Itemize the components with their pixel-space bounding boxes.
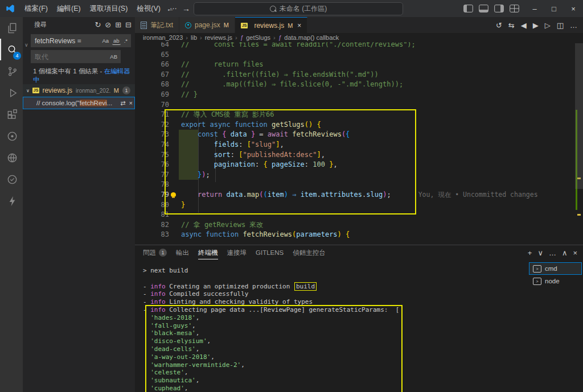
- tab-reviews.js[interactable]: JSreviews.jsM×: [235, 17, 307, 33]
- replace-input[interactable]: [31, 50, 121, 63]
- terminal-line: - info Creating an optimized production …: [143, 283, 528, 291]
- code-line[interactable]: 83async function fetchReviews(parameters…: [135, 230, 575, 240]
- panel-tab-連接埠[interactable]: 連接埠: [227, 246, 247, 259]
- terminal-instance-list: >cmd>node: [529, 262, 582, 287]
- customize-layout-icon[interactable]: [510, 5, 519, 13]
- breadcrumb-item[interactable]: data.map() callback: [284, 34, 339, 41]
- lightning-icon[interactable]: [0, 190, 23, 212]
- replace-match-icon[interactable]: ⇄: [120, 100, 125, 107]
- code-line[interactable]: 70: [135, 100, 575, 110]
- match-case-icon[interactable]: Aa: [101, 37, 110, 44]
- menu-item[interactable]: 選取項目(S): [85, 0, 133, 17]
- title-bar: 檔案(F)編輯(E)選取項目(S)檢視(V)⋯ ← → 未命名 (工作區) –□…: [0, 0, 583, 17]
- maximize-panel-icon[interactable]: ∧: [562, 249, 568, 257]
- toggle-replace-icon[interactable]: ∨: [24, 42, 28, 48]
- menu-item[interactable]: 檢視(V): [132, 0, 165, 17]
- circle-dot-icon[interactable]: [0, 125, 23, 147]
- regex-icon[interactable]: .*: [123, 37, 129, 44]
- tab-page.jsx[interactable]: page.jsxM: [179, 17, 235, 33]
- command-center-search[interactable]: 未命名 (工作區): [194, 2, 403, 15]
- chevron-down-icon[interactable]: ∨: [26, 88, 30, 93]
- previous-change-icon[interactable]: ◀: [521, 21, 527, 30]
- panel-tab-偵錯主控台[interactable]: 偵錯主控台: [293, 246, 326, 259]
- new-terminal-icon[interactable]: +: [528, 249, 532, 257]
- close-button[interactable]: ×: [564, 0, 583, 17]
- terminal[interactable]: > next build - info Creating an optimize…: [135, 260, 528, 392]
- collapse-results-icon[interactable]: ⊟: [125, 20, 132, 29]
- globe-icon[interactable]: [0, 147, 23, 168]
- code-line[interactable]: 81: [135, 210, 575, 220]
- open-search-editor-icon[interactable]: ⊞: [115, 20, 121, 29]
- terminal-profile-dropdown-icon[interactable]: ∨: [537, 249, 543, 257]
- compare-changes-icon[interactable]: ⇆: [508, 21, 515, 30]
- refresh-icon[interactable]: ↻: [95, 20, 101, 29]
- code-line[interactable]: 64// const files = await readdir("./cont…: [135, 42, 575, 50]
- menu-item[interactable]: 編輯(E): [52, 0, 85, 17]
- toggle-secondary-sidebar-icon[interactable]: [494, 5, 504, 13]
- close-icon[interactable]: ×: [297, 22, 301, 30]
- code-line[interactable]: 72export async function getSlugs() {: [135, 120, 575, 130]
- timeline-icon[interactable]: ↺: [496, 21, 502, 30]
- toggle-panel-icon[interactable]: [479, 5, 488, 13]
- close-panel-icon[interactable]: ×: [573, 249, 577, 257]
- code-line[interactable]: 66// return files: [135, 60, 575, 70]
- code-line[interactable]: 76 pagination: { pageSize: 100 },: [135, 160, 575, 170]
- maximize-button[interactable]: □: [544, 0, 564, 17]
- breadcrumb-item[interactable]: reviews.js: [205, 34, 232, 41]
- breadcrumb-item[interactable]: ironman_2023: [143, 34, 183, 41]
- check-circle-icon[interactable]: [0, 168, 23, 190]
- panel-tab-輸出[interactable]: 輸出: [176, 246, 189, 259]
- terminal-list-item-cmd[interactable]: >cmd: [529, 262, 582, 275]
- toggle-sidebar-icon[interactable]: [463, 5, 473, 13]
- source-control-icon[interactable]: [0, 60, 23, 82]
- line-number: 69: [135, 90, 169, 100]
- search-activity-icon[interactable]: 4: [0, 39, 23, 60]
- code-line[interactable]: 82// 拿 getReviews 來改: [135, 220, 575, 230]
- panel-tab-終端機[interactable]: 終端機: [198, 246, 218, 259]
- code-line[interactable]: 68// .map((file) ⇒ file.slice(0, -".md".…: [135, 80, 575, 90]
- next-change-icon[interactable]: ▶: [533, 21, 539, 30]
- code-line[interactable]: 77 });: [135, 170, 575, 180]
- code-line[interactable]: 71// 導入 CMS後 重寫 影片66: [135, 110, 575, 120]
- explorer-icon[interactable]: [0, 17, 23, 39]
- terminal-list-item-node[interactable]: >node: [529, 275, 582, 287]
- forward-icon[interactable]: →: [182, 4, 190, 13]
- search-result-file-row[interactable]: ∨ JS reviews.js ironman_202... M 1: [23, 84, 135, 97]
- line-number: 77: [135, 170, 169, 180]
- tab-筆記.txt[interactable]: 筆記.txt: [135, 17, 179, 33]
- code-line[interactable]: 79 return data.map((item) ⇒ item.attribu…: [135, 190, 575, 200]
- dismiss-match-icon[interactable]: ×: [129, 100, 133, 107]
- run-file-icon[interactable]: ▷: [545, 21, 551, 30]
- code-line[interactable]: 80}: [135, 200, 575, 211]
- menu-item[interactable]: 檔案(F): [20, 0, 52, 17]
- code-line[interactable]: 65: [135, 50, 575, 60]
- preserve-case-icon[interactable]: AB: [109, 53, 118, 60]
- lightbulb-icon[interactable]: [171, 192, 176, 197]
- code-line[interactable]: 75 sort: ["publishedAt:desc"],: [135, 150, 575, 160]
- clear-results-icon[interactable]: ⊘: [105, 20, 111, 29]
- panel-more-actions-icon[interactable]: …: [549, 249, 556, 257]
- code-editor[interactable]: 64// const files = await readdir("./cont…: [135, 42, 583, 245]
- extensions-icon[interactable]: [0, 104, 23, 125]
- line-number: 79: [135, 190, 169, 200]
- code-line[interactable]: 69// }: [135, 90, 575, 100]
- more-actions-icon[interactable]: …: [570, 21, 577, 30]
- code-line[interactable]: 78: [135, 180, 575, 190]
- whole-word-icon[interactable]: ab: [112, 37, 121, 45]
- panel-tab-問題[interactable]: 問題1: [143, 246, 167, 259]
- code-line[interactable]: 73 const { data } = await fetchReviews({: [135, 130, 575, 140]
- run-debug-icon[interactable]: [0, 82, 23, 104]
- minimize-button[interactable]: –: [525, 0, 544, 17]
- back-icon[interactable]: ←: [166, 4, 174, 13]
- panel-tab-GITLENS[interactable]: GITLENS: [256, 246, 284, 259]
- code-line[interactable]: 67// .filter((file) ⇒ file.endsWith(".md…: [135, 70, 575, 80]
- breadcrumb-item[interactable]: lib: [191, 34, 197, 41]
- breadcrumb-item[interactable]: getSlugs: [246, 34, 270, 41]
- vscode-logo: [5, 3, 15, 14]
- line-number: 82: [135, 220, 169, 230]
- split-editor-icon[interactable]: ◫: [557, 21, 564, 30]
- code-line[interactable]: 74 fields: ["slug"],: [135, 140, 575, 150]
- terminal-icon: >: [533, 278, 541, 285]
- search-match-row[interactable]: // console.log("fetchRevi... ⇄×: [23, 97, 135, 109]
- scrollbar-thumb[interactable]: [575, 43, 583, 189]
